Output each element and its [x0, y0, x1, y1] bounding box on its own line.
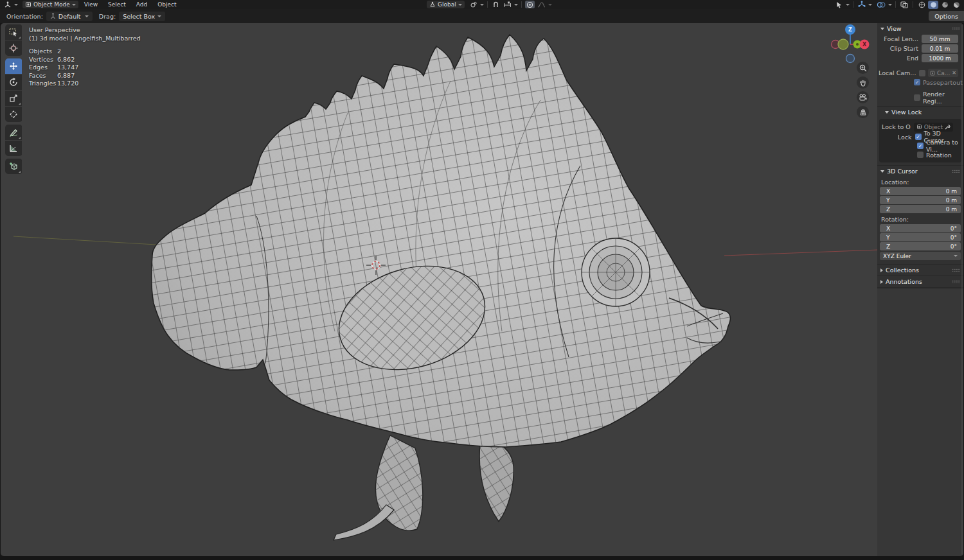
section-annotations-header[interactable]: Annotations [877, 276, 963, 287]
subtool-indicator [19, 37, 21, 39]
render-region-checkbox[interactable] [914, 94, 920, 101]
tool-scale-button[interactable] [5, 91, 22, 106]
clip-start-field[interactable]: 0.01 m [922, 44, 958, 53]
cursor-rotation-y[interactable]: Y 0° [880, 233, 961, 241]
tool-rotate-button[interactable] [5, 74, 22, 90]
sidebar-scrollbar[interactable] [961, 24, 963, 555]
xray-toggle[interactable] [899, 1, 909, 8]
clip-start-label: Clip Start [879, 45, 918, 52]
chevron-down-icon [72, 4, 76, 6]
snap-toggle[interactable] [491, 1, 501, 8]
show-overlays-toggle[interactable] [875, 1, 887, 8]
viewport-3d[interactable]: User Perspective (1) 3d model | Angelfis… [1, 23, 963, 556]
grip-icon[interactable] [952, 170, 960, 173]
section-3d-cursor-title: 3D Cursor [887, 168, 952, 175]
focal-length-label: Focal Len... [879, 35, 918, 42]
cursor-location-z[interactable]: Z 0 m [880, 205, 961, 213]
cursor-rotation-z[interactable]: Z 0° [880, 242, 961, 250]
fish-mesh-canvas[interactable] [1, 23, 879, 556]
stat-label: Faces [29, 72, 57, 80]
local-camera-checkbox[interactable] [919, 70, 925, 76]
proportional-falloff-dropdown[interactable] [536, 1, 547, 8]
tool-select-box-button[interactable] [5, 24, 22, 40]
grip-icon[interactable] [952, 27, 960, 30]
editor-type-selector[interactable] [3, 1, 13, 8]
chevron-down-icon [480, 4, 484, 6]
shading-rendered-button[interactable] [951, 1, 961, 9]
subtool-indicator [19, 171, 21, 173]
lock-rotation-checkbox[interactable] [917, 152, 924, 158]
local-camera-label: Local Cam... [879, 69, 916, 76]
stat-value: 13,720 [57, 80, 141, 88]
angelfish-model[interactable] [152, 35, 731, 540]
svg-text:Z: Z [848, 27, 852, 33]
tool-measure-button[interactable] [5, 141, 22, 156]
focal-length-field[interactable]: 50 mm [922, 35, 958, 43]
pan-button[interactable] [857, 76, 869, 89]
drag-setting-label: Drag: [99, 13, 116, 20]
lock-to-3d-cursor-checkbox[interactable] [915, 134, 922, 140]
section-3d-cursor-header[interactable]: 3D Cursor [877, 166, 963, 177]
section-view-lock-title: View Lock [891, 109, 960, 116]
menu-select[interactable]: Select [103, 1, 130, 8]
menu-add[interactable]: Add [132, 1, 152, 8]
show-gizmo-toggle[interactable] [857, 1, 867, 8]
zoom-button[interactable] [857, 62, 869, 74]
viewport-overlay-stats: User Perspective (1) 3d model | Angelfis… [29, 26, 141, 88]
tool-annotate-button[interactable] [5, 125, 22, 140]
camera-to-view-checkbox[interactable] [917, 143, 924, 149]
caret-right-icon [880, 280, 883, 284]
section-view-title: View [887, 25, 952, 32]
shading-solid-button[interactable] [928, 1, 938, 9]
menu-object[interactable]: Object [153, 1, 181, 8]
chevron-down-icon [14, 4, 18, 6]
cursor-location-y[interactable]: Y 0 m [880, 196, 961, 204]
cursor-rotation-x[interactable]: X 0° [880, 224, 961, 232]
grip-icon[interactable] [952, 280, 960, 283]
tool-transform-button[interactable] [5, 107, 22, 122]
rotation-label: Rotation: [877, 214, 963, 224]
fish-eye [582, 238, 650, 306]
grip-icon[interactable] [952, 268, 960, 272]
object-visibility-dropdown[interactable] [834, 1, 844, 8]
subtool-indicator [19, 103, 21, 105]
navigation-gizmo[interactable]: X Z [826, 23, 877, 68]
chevron-down-icon [888, 4, 892, 6]
orientation-setting-dropdown[interactable]: Default [46, 12, 93, 21]
section-view-header[interactable]: View [877, 23, 963, 34]
proportional-editing-toggle[interactable] [525, 1, 535, 8]
drag-setting-dropdown[interactable]: Select Box [119, 12, 165, 21]
stat-label: Vertices [29, 56, 57, 64]
menu-view[interactable]: View [80, 1, 102, 8]
tool-cursor-button[interactable] [5, 40, 22, 56]
snap-target-dropdown[interactable] [502, 1, 513, 8]
view-name: User Perspective [29, 26, 141, 35]
sidebar-panel: View Focal Len... 50 mm Clip Start 0.01 … [877, 23, 963, 556]
tool-add-cube-button[interactable] [5, 159, 22, 174]
section-collections-header[interactable]: Collections [877, 265, 963, 276]
tool-settings-bar: Orientation: Default Drag: Select Box Op… [0, 9, 964, 23]
rotation-mode-dropdown[interactable]: XYZ Euler [880, 252, 961, 260]
transform-orientation-dropdown[interactable]: Global [427, 1, 465, 8]
stat-value: 6,862 [57, 56, 141, 64]
cursor-location-x[interactable]: X 0 m [880, 187, 961, 195]
perspective-toggle-button[interactable] [857, 106, 869, 118]
clear-icon[interactable]: ✕ [952, 70, 956, 76]
shading-material-button[interactable] [940, 1, 950, 9]
pivot-point-dropdown[interactable] [469, 1, 479, 8]
options-button[interactable]: Options [929, 11, 964, 21]
mode-dropdown[interactable]: Object Mode [22, 1, 78, 8]
svg-text:X: X [862, 42, 867, 48]
shading-wireframe-button[interactable] [916, 1, 927, 9]
object-icon [916, 124, 922, 130]
camera-view-button[interactable] [857, 91, 869, 103]
stat-value: 13,747 [57, 64, 141, 72]
clip-end-field[interactable]: 1000 m [922, 54, 958, 62]
chevron-down-icon [157, 15, 161, 17]
local-camera-field[interactable]: Ca... ✕ [928, 69, 958, 77]
caret-down-icon [885, 111, 889, 114]
tool-move-button[interactable] [5, 58, 22, 74]
passepartout-checkbox[interactable] [914, 79, 920, 85]
viewport-header: Object Mode View Select Add Object Globa… [0, 0, 964, 9]
section-view-lock-header[interactable]: View Lock [877, 107, 963, 118]
